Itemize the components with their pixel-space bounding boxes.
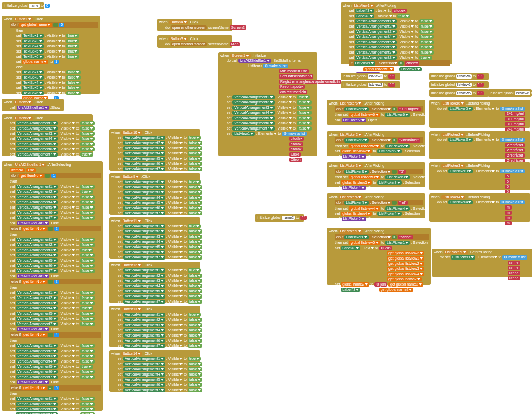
init-global-listview1: initialize globallistview1to" " xyxy=(431,82,487,87)
event-Button10-click: whenButton10.Click xyxy=(111,130,198,135)
event-ListPicker4-before[interactable]: whenListPicker4.BeforePickingdo setListP… xyxy=(429,193,530,222)
event-button1-click: whenButton1.Click xyxy=(4,17,98,21)
event-screen1-init: whenScreen1.Initialize xyxy=(220,53,315,58)
event-Button9-click: whenButton9.Click xyxy=(111,174,198,179)
event-Button14-click: whenButton14.Click xyxy=(111,351,198,356)
event-ListPicker2-before[interactable]: whenListPicker2.BeforePickingdo setListP… xyxy=(429,131,530,159)
event-lp1-after: whenListPicker1.AfterPicking xyxy=(329,229,429,234)
event-button5-click: whenButton5.Click xyxy=(4,100,62,105)
event-Button13-click: whenButton13.Click xyxy=(111,307,198,312)
event-ListPicker2-after[interactable]: whenListPicker2.AfterPickingdo ifListPic… xyxy=(327,131,425,156)
event-ListPicker1-before[interactable]: whenListPicker1.BeforePickingdo setListP… xyxy=(432,249,532,277)
event-Button12-click: whenButton12.Click xyxy=(111,263,198,267)
event-Button11-click: whenButton11.Click xyxy=(111,218,198,223)
init-global-listview2: initialize globallistview2to" " xyxy=(343,82,398,87)
event-ListPicker3-before[interactable]: whenListPicker3.BeforePickingdo setListP… xyxy=(429,162,530,190)
event-ListPicker4-after[interactable]: whenListPicker4.AfterPickingdo ifListPic… xyxy=(327,193,425,218)
event-sidebar-afterselecting: whenUrsAI2SideBar1.AfterSelecting xyxy=(4,162,101,167)
init-global-name2: initialize globalname2to" " xyxy=(257,215,302,220)
init-global-listview3: initialize globallistview3to" " xyxy=(343,74,398,79)
event-ListPicker6-after[interactable]: whenListPicker6.AfterPickingdo ifListPic… xyxy=(327,100,425,125)
event-ListPicker6-before[interactable]: whenListPicker6.BeforePickingdo setListP… xyxy=(429,100,530,128)
init-global-name: initialize globalnameto0 xyxy=(4,3,42,8)
init-global-listview5: initialize globallistview5to" " xyxy=(431,90,487,95)
event-button6-click: whenButton6.Click xyxy=(4,115,90,120)
event-button4-click: whenButton4.Click xyxy=(159,20,230,24)
event-button3-click: whenButton3.Click xyxy=(159,36,230,41)
init-global-listview6: initialize globallistview6to" " xyxy=(490,90,530,95)
event-ListPicker3-after[interactable]: whenListPicker3.AfterPickingdo ifListPic… xyxy=(327,162,425,187)
init-global-listview4: initialize globallistview4to" " xyxy=(431,74,487,79)
event-listview1-after: whenListView1.AfterPicking xyxy=(343,3,450,8)
